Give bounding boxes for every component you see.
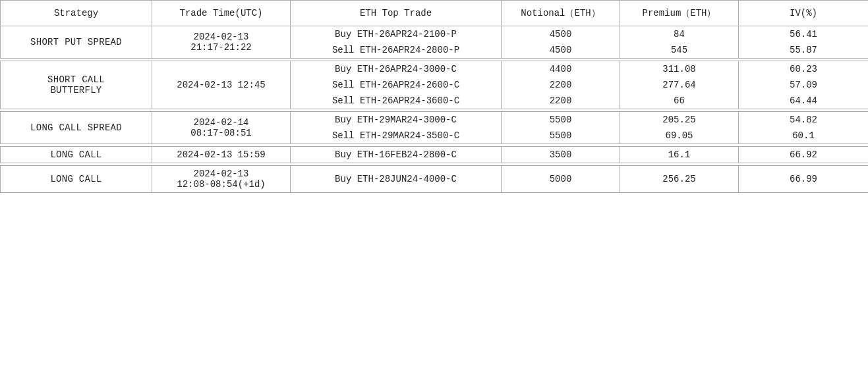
cell-premium: 66 xyxy=(620,93,739,109)
cell-trade: Buy ETH-26APR24-2100-P xyxy=(291,26,502,43)
cell-notional: 2200 xyxy=(502,93,620,109)
table-row: SHORT PUT SPREAD2024-02-1321:17-21:22Buy… xyxy=(1,26,869,43)
cell-premium: 277.64 xyxy=(620,77,739,93)
table-row: LONG CALL2024-02-1312:08-08:54(+1d)Buy E… xyxy=(1,166,869,193)
cell-strategy: SHORT CALLBUTTERFLY xyxy=(1,61,152,109)
cell-premium: 84 xyxy=(620,26,739,43)
cell-trade: Sell ETH-26APR24-3600-C xyxy=(291,93,502,109)
main-container: Strategy Trade Time(UTC) ETH Top Trade N… xyxy=(0,0,868,368)
cell-iv: 55.87 xyxy=(739,42,869,59)
header-iv: IV(%) xyxy=(739,1,869,26)
table-body: SHORT PUT SPREAD2024-02-1321:17-21:22Buy… xyxy=(1,26,869,196)
cell-iv: 56.41 xyxy=(739,26,869,43)
header-notional: Notional（ETH） xyxy=(502,1,620,26)
cell-iv: 66.99 xyxy=(739,166,869,193)
cell-iv: 57.09 xyxy=(739,77,869,93)
cell-iv: 66.92 xyxy=(739,147,869,163)
header-strategy: Strategy xyxy=(1,1,152,26)
table-row: LONG CALL2024-02-13 15:59Buy ETH-16FEB24… xyxy=(1,147,869,163)
cell-strategy: LONG CALL SPREAD xyxy=(1,112,152,144)
table-row: SHORT CALLBUTTERFLY2024-02-13 12:45Buy E… xyxy=(1,61,869,78)
cell-premium: 545 xyxy=(620,42,739,59)
trades-table: Strategy Trade Time(UTC) ETH Top Trade N… xyxy=(0,0,868,196)
cell-trade: Sell ETH-29MAR24-3500-C xyxy=(291,128,502,144)
header-row: Strategy Trade Time(UTC) ETH Top Trade N… xyxy=(1,1,869,26)
cell-iv: 60.23 xyxy=(739,61,869,78)
cell-trade: Sell ETH-26APR24-2600-C xyxy=(291,77,502,93)
cell-notional: 2200 xyxy=(502,77,620,93)
cell-time: 2024-02-13 12:45 xyxy=(152,61,291,109)
cell-notional: 4500 xyxy=(502,26,620,43)
cell-strategy: LONG CALL xyxy=(1,166,152,193)
cell-time: 2024-02-1408:17-08:51 xyxy=(152,112,291,144)
cell-notional: 5000 xyxy=(502,166,620,193)
cell-notional: 5500 xyxy=(502,128,620,144)
cell-premium: 256.25 xyxy=(620,166,739,193)
cell-premium: 311.08 xyxy=(620,61,739,78)
table-row: LONG CALL SPREAD2024-02-1408:17-08:51Buy… xyxy=(1,112,869,128)
cell-time: 2024-02-1321:17-21:22 xyxy=(152,26,291,59)
cell-premium: 69.05 xyxy=(620,128,739,144)
cell-premium: 205.25 xyxy=(620,112,739,128)
cell-time: 2024-02-1312:08-08:54(+1d) xyxy=(152,166,291,193)
header-trade: ETH Top Trade xyxy=(291,1,502,26)
cell-iv: 54.82 xyxy=(739,112,869,128)
cell-notional: 3500 xyxy=(502,147,620,163)
header-premium: Premium（ETH） xyxy=(620,1,739,26)
cell-notional: 5500 xyxy=(502,112,620,128)
cell-iv: 60.1 xyxy=(739,128,869,144)
cell-notional: 4400 xyxy=(502,61,620,78)
cell-trade: Buy ETH-28JUN24-4000-C xyxy=(291,166,502,193)
cell-iv: 64.44 xyxy=(739,93,869,109)
cell-strategy: SHORT PUT SPREAD xyxy=(1,26,152,59)
cell-premium: 16.1 xyxy=(620,147,739,163)
cell-trade: Sell ETH-26APR24-2800-P xyxy=(291,42,502,59)
cell-trade: Buy ETH-16FEB24-2800-C xyxy=(291,147,502,163)
cell-notional: 4500 xyxy=(502,42,620,59)
cell-trade: Buy ETH-29MAR24-3000-C xyxy=(291,112,502,128)
cell-strategy: LONG CALL xyxy=(1,147,152,163)
cell-trade: Buy ETH-26APR24-3000-C xyxy=(291,61,502,78)
cell-time: 2024-02-13 15:59 xyxy=(152,147,291,163)
header-time: Trade Time(UTC) xyxy=(152,1,291,26)
